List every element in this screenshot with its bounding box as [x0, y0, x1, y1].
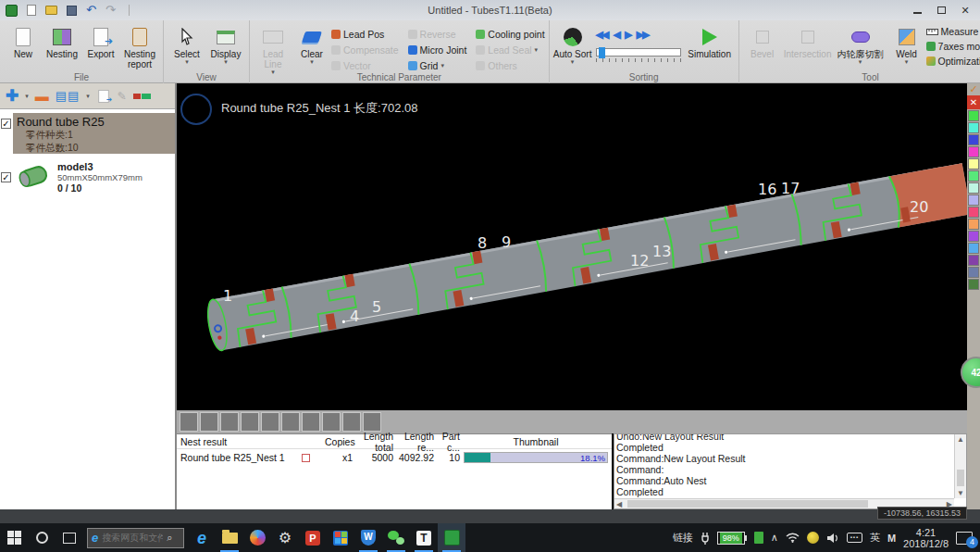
nest-thumbnail[interactable]	[322, 412, 341, 432]
select-button[interactable]: Select ▾	[167, 23, 206, 65]
nest-thumbnail[interactable]	[342, 412, 361, 432]
optimization-button[interactable]: Optimization ▾	[926, 56, 980, 67]
restore-button[interactable]	[936, 5, 947, 17]
color-swatch[interactable]	[968, 182, 979, 194]
cortana-button[interactable]	[28, 523, 56, 552]
close-panel-icon[interactable]: ✕	[967, 95, 980, 109]
remove-part-icon[interactable]: ▬	[35, 88, 49, 104]
display-button[interactable]: Display ▾	[206, 23, 245, 65]
color-swatch[interactable]	[968, 231, 979, 242]
nest-viewport[interactable]: Round tube R25_Nest 1 长度:702.08 14589121…	[177, 83, 967, 410]
app-tray-icon[interactable]	[807, 532, 819, 544]
tech-param-cooling-point[interactable]: Cooling point	[476, 26, 544, 42]
scroll-left-icon[interactable]: ◀	[616, 499, 622, 509]
confirm-check-icon[interactable]: ✓	[967, 83, 980, 95]
nest-thumbnail[interactable]	[281, 412, 300, 432]
scrollbar-thumb[interactable]	[957, 470, 964, 486]
tech-param-grid[interactable]: Grid▾	[408, 57, 467, 73]
color-swatch[interactable]	[968, 158, 979, 169]
step-forward-icon[interactable]: ▶	[625, 29, 630, 41]
hidden-icons-chevron[interactable]: ∧	[771, 532, 778, 544]
measure-button[interactable]: Measure	[926, 26, 980, 37]
color-swatch[interactable]	[968, 122, 979, 133]
tech-param-lead-pos[interactable]: Lead Pos	[331, 26, 399, 42]
color-swatch[interactable]	[968, 146, 979, 157]
nest-thumbnail[interactable]	[220, 412, 239, 432]
tube-group-header[interactable]: Round tube R25 零件种类:1 零件总数:10	[13, 113, 175, 154]
ime-language[interactable]: 英	[870, 531, 880, 545]
col-thumbnail[interactable]: Thumbnail	[460, 436, 612, 447]
taskbar-security-app[interactable]: W	[354, 523, 382, 552]
color-swatch[interactable]	[968, 279, 979, 290]
color-swatch[interactable]	[968, 110, 979, 121]
add-part-icon[interactable]: ✚	[6, 86, 19, 106]
scroll-down-icon[interactable]: ▼	[955, 488, 966, 498]
model-checkbox[interactable]: ✓	[1, 172, 11, 182]
nest-thumbnail[interactable]	[180, 412, 198, 432]
ime-mode[interactable]: M	[887, 533, 896, 544]
taskbar-text-app[interactable]: T	[410, 523, 438, 552]
nest-thumbnail[interactable]	[241, 412, 259, 432]
nest-thumbnail[interactable]	[302, 412, 320, 432]
start-button[interactable]	[0, 523, 28, 552]
weld-button[interactable]: Weld ▾	[887, 23, 926, 65]
color-swatch[interactable]	[968, 243, 979, 254]
model-list-item[interactable]: ✓ model3 50mmX50mmX79mm 0 / 10	[0, 161, 175, 194]
table-row[interactable]: Round tube R25_Nest 1 x1 5000 4092.92 10…	[177, 449, 612, 466]
skip-back-icon[interactable]: ◀◀	[596, 29, 608, 41]
export-button[interactable]: Export	[81, 23, 120, 59]
color-swatch[interactable]	[968, 134, 979, 145]
usb-device-icon[interactable]	[754, 532, 763, 544]
scrollbar-thumb[interactable]	[627, 500, 868, 508]
col-length-total[interactable]: Length total	[353, 431, 393, 453]
color-swatch[interactable]	[968, 170, 979, 182]
color-toggle-icon[interactable]	[133, 94, 151, 99]
step-back-icon[interactable]: ◀	[614, 29, 619, 41]
touch-keyboard-icon[interactable]: ▪▪▪	[847, 533, 862, 543]
nest-color-checkbox[interactable]	[302, 454, 310, 462]
color-swatch[interactable]	[968, 267, 979, 278]
chevron-down-icon[interactable]: ▾	[86, 94, 90, 99]
new-button[interactable]: New	[4, 23, 43, 59]
tube-group-checkbox[interactable]: ✓	[1, 119, 11, 129]
action-center-icon[interactable]: 4	[956, 532, 973, 545]
taskbar-pdf-app[interactable]: P	[299, 523, 327, 552]
taskbar-media-app[interactable]	[243, 523, 271, 552]
taskbar-store[interactable]	[327, 523, 354, 552]
taskbar-edge[interactable]: e	[188, 523, 216, 552]
task-view-button[interactable]	[56, 523, 83, 552]
inner-contour-cut-button[interactable]: 内轮廓切割 ▾	[834, 23, 887, 65]
log-vertical-scrollbar[interactable]: ▲ ▼	[954, 434, 966, 498]
wifi-icon[interactable]	[786, 533, 800, 543]
simulation-slider[interactable]	[596, 48, 681, 56]
taskbar-wechat[interactable]	[382, 523, 410, 552]
nest-thumbnail[interactable]	[363, 412, 381, 432]
minimize-button[interactable]	[912, 5, 923, 17]
chevron-down-icon[interactable]: ▾	[25, 94, 29, 99]
color-swatch[interactable]	[968, 207, 979, 218]
clear-button[interactable]: Clear ▾	[292, 23, 331, 65]
nest-thumbnail[interactable]	[261, 412, 279, 432]
col-copies[interactable]: Copies	[325, 436, 353, 447]
battery-indicator[interactable]: 98%	[717, 532, 747, 545]
tech-param-micro-joint[interactable]: Micro Joint	[408, 42, 467, 57]
slider-thumb[interactable]	[599, 47, 605, 58]
seven-axes-mode-button[interactable]: 7axes mode ▾	[926, 41, 980, 52]
export-part-icon[interactable]	[98, 90, 108, 103]
nesting-button[interactable]: Nesting	[43, 23, 81, 59]
taskbar-settings[interactable]: ⚙	[271, 523, 299, 552]
color-swatch[interactable]	[968, 194, 979, 206]
skip-forward-icon[interactable]: ▶▶	[636, 29, 648, 41]
color-swatch[interactable]	[968, 255, 979, 266]
taskbar-tubest[interactable]	[438, 523, 465, 552]
simulation-button[interactable]: Simulation	[685, 23, 735, 59]
taskbar-file-explorer[interactable]	[216, 523, 243, 552]
nest-thumbnail[interactable]	[200, 412, 218, 432]
taskbar-search[interactable]: e ⌕	[87, 528, 184, 548]
clock[interactable]: 4:21 2018/12/8	[903, 527, 949, 549]
col-nest-result[interactable]: Nest result	[177, 436, 286, 447]
speaker-icon[interactable]	[826, 533, 839, 544]
color-swatch[interactable]	[968, 219, 979, 230]
close-button[interactable]: ✕	[960, 5, 971, 17]
search-input[interactable]	[102, 533, 163, 543]
